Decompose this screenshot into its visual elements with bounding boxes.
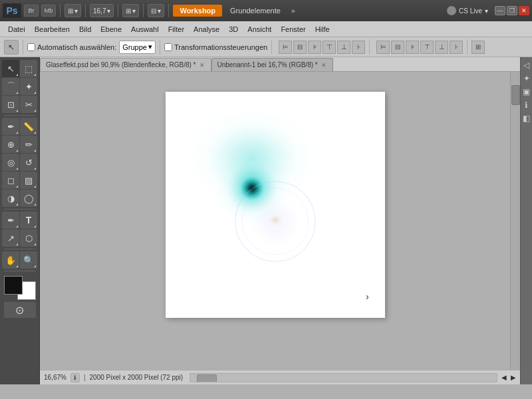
menu-item-ebene[interactable]: Ebene [96,24,126,35]
extend-panels-button[interactable]: » [289,6,298,16]
panel-info-icon[interactable]: ℹ [521,100,532,110]
separator-2 [85,4,86,17]
window-controls: — ❐ ✕ [495,6,529,15]
history-brush-tool[interactable]: ↺ [20,154,37,171]
foreground-color[interactable] [4,276,23,295]
size-dropdown[interactable]: 16,7 ▾ [90,4,114,17]
crop-tool[interactable]: ⊡ [2,96,19,113]
cs-live-label[interactable]: CS Live [459,7,482,15]
pen-tool[interactable]: ✒ [2,211,19,229]
menu-item-ansicht[interactable]: Ansicht [243,24,275,35]
quick-mask-button[interactable]: ⊙ [4,302,36,318]
align-center-h-icon[interactable]: ⊟ [293,41,307,54]
hand-tool[interactable]: ✋ [2,251,19,269]
path-select-tool[interactable]: ↗ [2,229,19,247]
blur-tool[interactable]: ◑ [2,190,19,207]
brush-tool[interactable]: ✏ [20,136,37,153]
extra-icon: ⊟ [151,7,156,15]
scroll-arrow-right[interactable]: ▶ [511,374,516,381]
scroll-arrow-left[interactable]: ◀ [501,374,507,381]
extra-dropdown[interactable]: ⊟ ▾ [148,4,164,17]
view-dropdown[interactable]: ⊞ ▾ [65,4,81,17]
auto-select-dropdown[interactable]: Gruppe ▾ [119,41,156,54]
transform-label: Transformationssteuerungen [164,43,267,51]
eyedropper-tool[interactable]: ✒ [2,118,19,135]
canvas-container: Glaseffekt.psd bei 90,9% (Blendenflecke,… [40,57,520,384]
eraser-tool[interactable]: ◻ [2,172,19,189]
menu-item-3d[interactable]: 3D [225,24,242,35]
selection-tool[interactable]: ⬚ [20,60,37,77]
scrollbar-horizontal[interactable] [190,373,497,382]
auto-select-text: Automatisch auswählen: [37,43,116,51]
menu-item-auswahl[interactable]: Auswahl [127,24,163,35]
statusbar: 16,67% ℹ | 2000 Pixel x 2000 Pixel (72 p… [40,370,520,384]
minibridge-icon[interactable]: Mb [41,5,56,17]
tool-row-5: ⊕ ✏ [2,136,37,153]
tab-glaseffekt[interactable]: Glaseffekt.psd bei 90,9% (Blendenflecke,… [40,58,211,71]
dodge-tool[interactable]: ◯ [20,190,37,207]
spot-heal-tool[interactable]: ⊕ [2,136,19,153]
opt-sep-3 [271,40,272,55]
align-bottom-icon[interactable]: ⊦ [352,41,365,54]
menu-item-bild[interactable]: Bild [75,24,95,35]
magic-wand-tool[interactable]: ✦ [20,78,37,95]
align-left-icon[interactable]: ⊨ [279,41,292,54]
auto-align-icon[interactable]: ⊞ [471,41,485,54]
restore-button[interactable]: ❐ [507,6,517,15]
scrollbar-vertical[interactable] [510,72,520,370]
menu-item-filter[interactable]: Filter [164,24,188,35]
auto-select-checkbox[interactable] [27,43,35,51]
lasso-tool[interactable]: ⌒ [2,78,19,95]
dist-center-h-icon[interactable]: ⊟ [391,41,404,54]
status-info-button[interactable]: ℹ [70,373,80,382]
tab-unbenannt[interactable]: Unbenannt-1 bei 16,7% (RGB/8) * ✕ [211,58,333,71]
canvas-svg [166,92,385,318]
scroll-thumb-vertical[interactable] [511,85,520,105]
auto-select-value: Gruppe [122,43,147,51]
cs-live-arrow: ▾ [485,7,488,15]
move-tool[interactable]: ↖ [2,60,19,77]
tab-glaseffekt-close[interactable]: ✕ [199,62,205,68]
align-top-icon[interactable]: ⊤ [323,41,336,54]
dist-top-icon[interactable]: ⊤ [420,41,434,54]
panel-collapse-icon[interactable]: ◁ [521,60,532,70]
separator-5 [168,4,169,17]
tool-row-3: ⊡ ✂ [2,96,37,113]
panel-layers-icon[interactable]: ◧ [521,113,532,124]
opt-sep-2 [160,40,160,55]
status-separator: | [84,374,86,381]
grundelemente-button[interactable]: Grundelemente [225,5,286,17]
minimize-button[interactable]: — [495,6,505,15]
dist-center-v-icon[interactable]: ⊥ [435,41,448,54]
dist-right-icon[interactable]: ⊧ [406,41,419,54]
titlebar: Ps Br Mb ⊞ ▾ 16,7 ▾ ⊞ ▾ ⊟ ▾ Workshop Gru… [0,0,532,21]
align-center-v-icon[interactable]: ⊥ [337,41,350,54]
move-tool-icon: ↖ [4,40,19,55]
menu-item-hilfe[interactable]: Hilfe [311,24,334,35]
ruler-tool[interactable]: 📏 [20,118,37,135]
dist-left-icon[interactable]: ⊨ [376,41,390,54]
menu-item-fenster[interactable]: Fenster [277,24,309,35]
fill-tool[interactable]: ▨ [20,172,37,189]
clone-tool[interactable]: ◎ [2,154,19,171]
shape-tool[interactable]: ⬡ [20,229,37,247]
canvas-area[interactable]: › [40,72,510,370]
canvas-dropdown[interactable]: ⊞ ▾ [122,4,139,17]
panel-image-icon[interactable]: ▣ [521,86,532,97]
dist-bottom-icon[interactable]: ⊦ [450,41,463,54]
scroll-thumb-horizontal[interactable] [197,374,217,382]
slice-tool[interactable]: ✂ [20,96,37,113]
tab-unbenannt-close[interactable]: ✕ [321,62,327,68]
scrollbar-horizontal-container [187,373,497,382]
menu-item-analyse[interactable]: Analyse [190,24,223,35]
workspace-button[interactable]: Workshop [173,5,222,17]
close-button[interactable]: ✕ [519,6,529,15]
align-right-icon[interactable]: ⊧ [308,41,321,54]
transform-checkbox[interactable] [164,43,172,51]
bridge-icon[interactable]: Br [24,5,39,17]
panel-star-icon[interactable]: ✦ [521,73,532,84]
zoom-tool[interactable]: 🔍 [20,251,37,269]
text-tool[interactable]: T [20,211,37,229]
menu-item-bearbeiten[interactable]: Bearbeiten [31,24,74,35]
menu-item-datei[interactable]: Datei [4,24,29,35]
